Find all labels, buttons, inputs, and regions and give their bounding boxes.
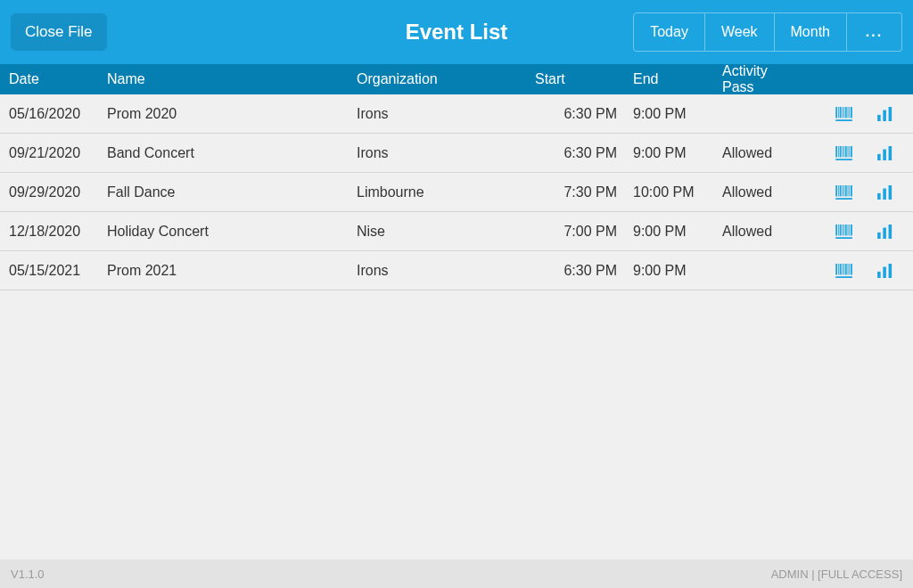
bar-chart-icon[interactable] <box>876 261 895 281</box>
svg-rect-29 <box>842 185 843 196</box>
svg-rect-40 <box>838 225 839 235</box>
svg-rect-63 <box>883 266 886 277</box>
svg-rect-62 <box>877 271 881 277</box>
svg-rect-49 <box>877 232 881 238</box>
svg-rect-3 <box>842 107 843 118</box>
svg-rect-55 <box>842 264 843 274</box>
svg-rect-16 <box>842 146 843 157</box>
cell-start: 6:30 PM <box>535 263 633 279</box>
table-row[interactable]: 09/21/2020Band ConcertIrons6:30 PM9:00 P… <box>0 134 913 173</box>
col-org[interactable]: Organization <box>357 71 535 87</box>
svg-rect-33 <box>849 185 850 196</box>
cell-org: Irons <box>357 145 535 161</box>
cell-date: 12/18/2020 <box>9 224 107 240</box>
svg-rect-15 <box>840 146 842 157</box>
svg-rect-61 <box>835 276 852 278</box>
svg-rect-26 <box>835 185 837 196</box>
bar-chart-icon[interactable] <box>876 104 895 124</box>
cell-pass: Allowed <box>722 184 802 200</box>
col-date[interactable]: Date <box>9 71 107 87</box>
table-row[interactable]: 05/15/2021Prom 2021Irons6:30 PM9:00 PM <box>0 251 913 290</box>
cell-end: 9:00 PM <box>633 224 722 240</box>
svg-rect-25 <box>889 146 892 160</box>
table-row[interactable]: 09/29/2020Fall DanceLimbourne7:30 PM10:0… <box>0 173 913 212</box>
cell-org: Limbourne <box>357 184 535 200</box>
bar-chart-icon[interactable] <box>876 183 895 202</box>
cell-date: 09/21/2020 <box>9 145 107 161</box>
svg-rect-41 <box>840 225 842 235</box>
table-row[interactable]: 12/18/2020Holiday ConcertNise7:00 PM9:00… <box>0 212 913 251</box>
barcode-icon[interactable] <box>835 104 854 124</box>
close-file-button[interactable]: Close File <box>11 13 107 51</box>
col-start[interactable]: Start <box>535 71 633 87</box>
col-end[interactable]: End <box>633 71 722 87</box>
cell-org: Nise <box>357 224 535 240</box>
barcode-icon[interactable] <box>835 261 854 281</box>
svg-rect-5 <box>845 107 847 118</box>
cell-pass: Allowed <box>722 224 802 240</box>
svg-rect-23 <box>877 153 881 159</box>
svg-rect-43 <box>843 225 844 235</box>
cell-end: 9:00 PM <box>633 106 722 122</box>
svg-rect-37 <box>883 188 886 199</box>
svg-rect-2 <box>840 107 842 118</box>
svg-rect-38 <box>889 185 892 200</box>
cell-start: 6:30 PM <box>535 106 633 122</box>
svg-rect-35 <box>835 198 852 200</box>
footer-bar: V1.1.0 ADMIN | [FULL ACCESS] <box>0 559 913 588</box>
svg-rect-57 <box>845 264 847 274</box>
svg-rect-17 <box>843 146 844 157</box>
cell-pass: Allowed <box>722 145 802 161</box>
svg-rect-11 <box>883 110 886 120</box>
svg-rect-58 <box>848 264 849 274</box>
svg-rect-28 <box>840 185 842 196</box>
app-root: Close File Event List Today Week Month .… <box>0 0 913 588</box>
cell-actions <box>802 222 904 241</box>
svg-rect-10 <box>877 114 881 120</box>
cell-name: Prom 2020 <box>107 106 357 122</box>
svg-rect-4 <box>843 107 844 118</box>
cell-actions <box>802 143 904 163</box>
barcode-icon[interactable] <box>835 143 854 163</box>
col-pass[interactable]: Activity Pass <box>722 63 802 95</box>
svg-rect-56 <box>843 264 844 274</box>
cell-start: 7:30 PM <box>535 184 633 200</box>
svg-rect-53 <box>838 264 839 274</box>
cell-start: 6:30 PM <box>535 145 633 161</box>
bar-chart-icon[interactable] <box>876 222 895 241</box>
cell-end: 10:00 PM <box>633 184 722 200</box>
svg-rect-22 <box>835 159 852 160</box>
bar-chart-icon[interactable] <box>876 143 895 163</box>
svg-rect-42 <box>842 225 843 235</box>
cell-date: 05/16/2020 <box>9 106 107 122</box>
cell-actions <box>802 183 904 202</box>
svg-rect-60 <box>851 264 852 274</box>
column-headers: Date Name Organization Start End Activit… <box>0 64 913 94</box>
cell-date: 05/15/2021 <box>9 263 107 279</box>
col-name[interactable]: Name <box>107 71 357 87</box>
seg-today-button[interactable]: Today <box>633 12 705 52</box>
svg-rect-24 <box>883 149 886 159</box>
svg-rect-0 <box>835 107 837 118</box>
svg-rect-46 <box>849 225 850 235</box>
cell-org: Irons <box>357 263 535 279</box>
barcode-icon[interactable] <box>835 183 854 202</box>
version-label: V1.1.0 <box>11 568 45 581</box>
svg-rect-18 <box>845 146 847 157</box>
svg-rect-32 <box>848 185 849 196</box>
svg-rect-45 <box>848 225 849 235</box>
svg-rect-52 <box>835 264 837 274</box>
cell-end: 9:00 PM <box>633 263 722 279</box>
seg-more-button[interactable]: ... <box>847 12 902 52</box>
svg-rect-39 <box>835 225 837 235</box>
seg-month-button[interactable]: Month <box>775 12 847 52</box>
svg-rect-20 <box>849 146 850 157</box>
seg-week-button[interactable]: Week <box>705 12 775 52</box>
svg-rect-6 <box>848 107 849 118</box>
svg-rect-19 <box>848 146 849 157</box>
svg-rect-14 <box>838 146 839 157</box>
svg-rect-1 <box>838 107 839 118</box>
svg-rect-47 <box>851 225 852 235</box>
barcode-icon[interactable] <box>835 222 854 241</box>
table-row[interactable]: 05/16/2020Prom 2020Irons6:30 PM9:00 PM <box>0 94 913 134</box>
